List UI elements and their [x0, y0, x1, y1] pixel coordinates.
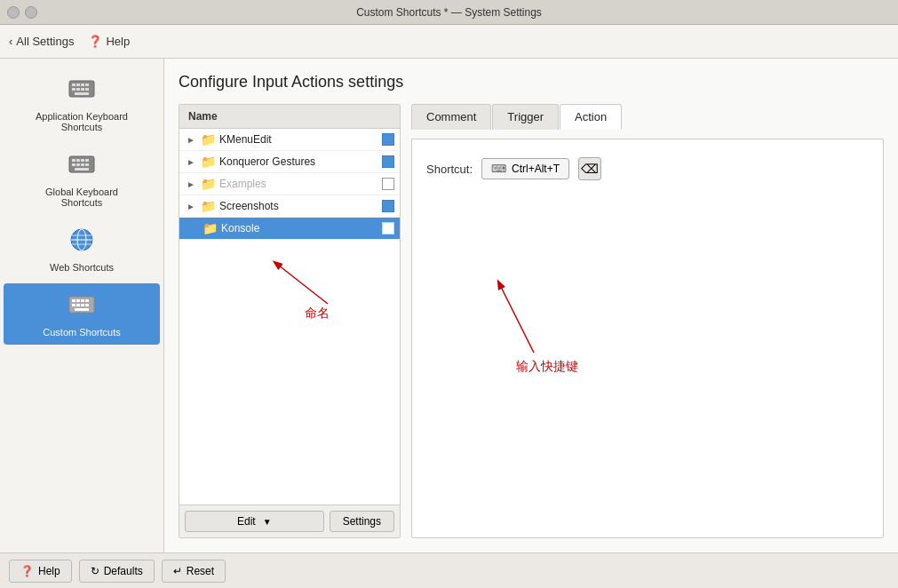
svg-rect-16	[76, 163, 80, 166]
edit-label: Edit	[237, 515, 256, 528]
sidebar-item-label: Custom Shortcuts	[43, 327, 120, 338]
svg-rect-19	[75, 168, 89, 171]
titlebar: Custom Shortcuts * — System Settings	[0, 0, 898, 25]
keyboard-small-icon: ⌨	[491, 163, 506, 175]
folder-icon: 📁	[203, 221, 218, 235]
expand-icon[interactable]: ►	[185, 200, 197, 212]
svg-rect-1	[72, 83, 75, 86]
svg-rect-31	[76, 304, 80, 306]
svg-rect-11	[72, 159, 75, 162]
tree-checkbox[interactable]	[382, 155, 394, 168]
content-area: Configure Input Actions settings Name ► …	[164, 59, 898, 552]
svg-rect-2	[76, 83, 80, 86]
page-title: Configure Input Actions settings	[179, 73, 884, 91]
svg-rect-32	[81, 304, 84, 306]
svg-rect-9	[75, 92, 89, 95]
shortcut-label: Shortcut:	[426, 163, 473, 176]
svg-rect-6	[76, 88, 80, 91]
backspace-icon: ⌫	[581, 162, 599, 176]
web-icon	[68, 226, 96, 258]
help-button[interactable]: ❓ Help	[88, 35, 130, 48]
tab-trigger-label: Trigger	[507, 110, 544, 123]
edit-button[interactable]: Edit ▼	[185, 511, 324, 532]
svg-rect-28	[81, 299, 84, 302]
defaults-button[interactable]: ↻ Defaults	[79, 560, 155, 583]
svg-rect-17	[81, 163, 84, 166]
sidebar-item-label: Global KeyboardShortcuts	[45, 187, 118, 208]
folder-icon: 📁	[201, 155, 216, 169]
back-label: All Settings	[16, 35, 74, 48]
help-bottom-button[interactable]: ❓ Help	[9, 560, 72, 583]
tab-trigger[interactable]: Trigger	[492, 104, 559, 130]
tree-row[interactable]: ► 📁 KMenuEdit	[179, 129, 400, 151]
split-area: Name ► 📁 KMenuEdit ► 📁 Konqueror Gesture…	[179, 104, 884, 538]
main-layout: Application KeyboardShortcuts Global Key…	[0, 59, 898, 552]
svg-rect-14	[85, 159, 89, 162]
tree-item-label: KMenuEdit	[219, 133, 378, 146]
sidebar-item-application-keyboard-shortcuts[interactable]: Application KeyboardShortcuts	[4, 68, 160, 139]
tree-item-label: Konsole	[221, 222, 378, 234]
tree-checkbox[interactable]	[382, 178, 394, 190]
tree-actions: Edit ▼ Settings	[179, 505, 400, 537]
shortcut-value: Ctrl+Alt+T	[512, 163, 560, 175]
shortcut-input-button[interactable]: ⌨ Ctrl+Alt+T	[481, 158, 569, 179]
tree-checkbox[interactable]	[382, 222, 394, 234]
svg-rect-7	[81, 88, 84, 91]
back-button[interactable]: ‹ All Settings	[9, 35, 74, 48]
tree-checkbox[interactable]	[382, 133, 394, 146]
tree-row[interactable]: ► 📁 Screenshots	[179, 195, 400, 218]
expand-icon[interactable]: ►	[185, 178, 197, 190]
tab-action[interactable]: Action	[560, 104, 622, 130]
help-icon: ❓	[88, 35, 102, 48]
shortcut-row: Shortcut: ⌨ Ctrl+Alt+T ⌫	[426, 157, 869, 180]
sidebar-item-label: Application KeyboardShortcuts	[36, 111, 128, 132]
svg-rect-13	[81, 159, 84, 162]
window-close-btn[interactable]	[7, 6, 20, 19]
reset-icon: ↵	[173, 565, 182, 577]
tab-action-label: Action	[575, 110, 607, 123]
topnav: ‹ All Settings ❓ Help	[0, 25, 898, 59]
tree-checkbox[interactable]	[382, 200, 394, 212]
expand-icon[interactable]: ►	[185, 133, 197, 146]
right-panel: Comment Trigger Action Shortcut: ⌨	[411, 104, 884, 538]
folder-icon: 📁	[201, 199, 216, 213]
window-minimize-btn[interactable]	[25, 6, 37, 19]
sidebar-item-global-keyboard-shortcuts[interactable]: Global KeyboardShortcuts	[4, 143, 160, 215]
svg-rect-26	[72, 299, 75, 302]
svg-rect-34	[75, 308, 89, 311]
svg-rect-4	[85, 83, 89, 86]
svg-rect-15	[72, 163, 75, 166]
settings-button[interactable]: Settings	[330, 511, 394, 532]
tree-row-konsole[interactable]: 📁 Konsole	[179, 218, 400, 240]
sidebar-item-label: Web Shortcuts	[50, 262, 114, 273]
clear-shortcut-button[interactable]: ⌫	[578, 157, 601, 180]
sidebar-item-custom-shortcuts[interactable]: Custom Shortcuts	[4, 283, 160, 345]
keyboard-global-icon	[68, 150, 96, 183]
expand-icon[interactable]: ►	[185, 155, 197, 168]
svg-rect-3	[81, 83, 84, 86]
custom-shortcuts-icon	[68, 290, 96, 323]
svg-rect-33	[85, 304, 89, 306]
tab-comment[interactable]: Comment	[411, 104, 491, 130]
svg-rect-18	[85, 163, 89, 166]
tree-row[interactable]: ► 📁 Examples	[179, 173, 400, 195]
reset-label: Reset	[187, 565, 214, 577]
keyboard-icon	[68, 75, 96, 107]
window-controls[interactable]	[7, 6, 37, 19]
defaults-label: Defaults	[104, 565, 143, 577]
tree-row[interactable]: ► 📁 Konqueror Gestures	[179, 151, 400, 173]
help-bottom-icon: ❓	[20, 565, 34, 577]
reset-button[interactable]: ↵ Reset	[162, 560, 226, 583]
tree-item-label: Konqueror Gestures	[219, 155, 378, 168]
back-icon: ‹	[9, 35, 12, 48]
tabs-bar: Comment Trigger Action	[411, 104, 884, 130]
svg-rect-5	[72, 88, 75, 91]
bottombar: ❓ Help ↻ Defaults ↵ Reset	[0, 552, 898, 588]
defaults-icon: ↻	[91, 565, 99, 577]
tree-item-label: Examples	[219, 178, 378, 190]
tree-panel: Name ► 📁 KMenuEdit ► 📁 Konqueror Gesture…	[179, 104, 401, 538]
sidebar-item-web-shortcuts[interactable]: Web Shortcuts	[4, 219, 160, 280]
folder-icon: 📁	[201, 177, 216, 191]
svg-rect-12	[76, 159, 80, 162]
svg-rect-8	[85, 88, 89, 91]
